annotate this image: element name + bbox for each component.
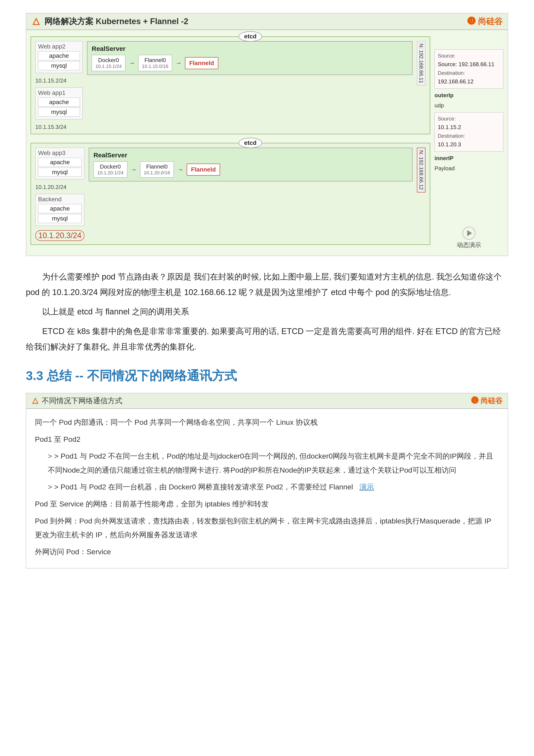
webapp1-title: Web app1 [38, 90, 80, 96]
flannel0-box-1: Flannel0 10.1.15.0/16 [138, 55, 172, 71]
webapp2-ip: 10.1.15.2/24 [35, 77, 83, 84]
net-section-2-inner: Web app3 apache mysql 10.1.20.2/24 Backe… [35, 148, 425, 241]
diagram-1: 网络解决方案 Kubernetes + Flannel -2 🅤 尚硅谷 etc… [26, 13, 508, 256]
demo-label: 动态演示 [457, 241, 481, 249]
paragraph-3: ETCD 在 k8s 集群中的角色是非常非常重要的. 如果要高可用的话, ETC… [26, 323, 508, 355]
bullet-icon-1 [48, 452, 54, 460]
slide-box-2: 不同情况下网络通信方式 🅤 尚硅谷 同一个 Pod 内部通讯：同一个 Pod 共… [26, 393, 508, 569]
payload-label: Payload [435, 165, 503, 172]
info-block-source2: Source: 10.1.15.2 Destination: 10.1.20.3 [435, 112, 503, 151]
slide2-header-icon [32, 397, 39, 405]
dest2-label: Destination: [438, 132, 500, 140]
side-bar-2: N: 192.168.66.12 [417, 148, 425, 192]
svg-marker-0 [33, 18, 39, 25]
demo-link-1[interactable]: 演示 [359, 483, 374, 491]
network-row-2: etcd Web app3 apache mysql 10.1.20.2/24 … [31, 143, 430, 245]
innerip-label: innerIP [435, 155, 503, 162]
slide2-header-title: 不同情况下网络通信方式 [32, 396, 122, 406]
webapp2-apache: apache [38, 51, 80, 60]
backend-ip-oval: 10.1.20.3/24 [35, 230, 85, 241]
slide2-line2: Pod1 至 Pod2 [35, 432, 499, 446]
webapp3-apache: apache [38, 158, 82, 167]
webapp1-apache: apache [38, 97, 80, 107]
diagram-title-text: 网络解决方案 Kubernetes + Flannel -2 [44, 16, 188, 27]
flannel0-box-2: Flannel0 10.1.20.0/16 [140, 161, 174, 177]
backend-apache: apache [38, 204, 82, 213]
svg-marker-2 [33, 398, 38, 403]
webapp1-group: Web app1 apache mysql [35, 88, 83, 120]
net-section-1-inner: Web app2 apache mysql 10.1.15.2/24 Web a… [35, 41, 425, 130]
webapp1-ip: 10.1.15.3/24 [35, 124, 83, 130]
source1-value: Source: 192.168.66.11 [438, 60, 500, 69]
paragraph-1: 为什么需要维护 pod 节点路由表？原因是 我们在封装的时候, 比如上图中最上层… [26, 269, 508, 300]
docker0-box-1: Docker0 10.1.15.1/24 [92, 55, 125, 71]
flanneld-box-1: Flanneld [185, 57, 218, 69]
docker0-ip-2: 10.1.20.1/24 [97, 170, 123, 176]
webapp3-ip: 10.1.20.2/24 [35, 184, 85, 191]
webapp3-group: Web app3 apache mysql [35, 148, 85, 179]
slide2-line6: Pod 到外网：Pod 向外网发送请求，查找路由表，转发数据包到宿主机的网卡，宿… [35, 514, 499, 542]
outerip-label: outerIp [435, 92, 503, 99]
webapp2-group: Web app2 apache mysql [35, 41, 83, 73]
diagram-title: 网络解决方案 Kubernetes + Flannel -2 [32, 16, 188, 27]
flannel0-ip-1: 10.1.15.0/16 [142, 64, 168, 69]
arrow-3: → [131, 166, 137, 173]
diagram-logo-text: 🅤 尚硅谷 [468, 16, 502, 27]
dest2-value: 10.1.20.3 [438, 140, 500, 149]
backend-mysql: mysql [38, 214, 82, 223]
webapp1-mysql: mysql [38, 108, 80, 117]
webapp2-title: Web app2 [38, 43, 80, 50]
arrow-4: → [177, 166, 183, 173]
slide2-line4: > Pod1 与 Pod2 在同一台机器，由 Docker0 网桥直接转发请求至… [48, 480, 499, 494]
left-apps-1: Web app2 apache mysql 10.1.15.2/24 Web a… [35, 41, 83, 130]
text-section-main: 为什么需要维护 pod 节点路由表？原因是 我们在封装的时候, 比如上图中最上层… [26, 269, 508, 355]
source1-label: Source: [438, 52, 500, 60]
backend-title: Backend [38, 196, 82, 203]
slide2-logo: 🅤 尚硅谷 [471, 396, 502, 406]
network-row-1: etcd Web app2 apache mysql 10.1.15.2/24 … [31, 37, 430, 134]
flannel0-label-2: Flannel0 [144, 163, 170, 170]
demo-area: 动态演示 [435, 227, 503, 249]
diagram-header: 网络解决方案 Kubernetes + Flannel -2 🅤 尚硅谷 [26, 14, 508, 30]
slide2-line1: 同一个 Pod 内部通讯：同一个 Pod 共享同一个网络命名空间，共享同一个 L… [35, 415, 499, 429]
side-label-2: N: 192.168.66.12 [418, 150, 424, 190]
source2-label: Source: [438, 115, 500, 123]
slide2-line7: 外网访问 Pod：Service [35, 545, 499, 559]
backend-group: Backend apache mysql [35, 194, 85, 226]
paragraph-2: 以上就是 etcd 与 flannel 之间的调用关系 [26, 304, 508, 319]
slide2-indent-block: > Pod1 与 Pod2 不在同一台主机，Pod的地址是与jdocker0在同… [35, 449, 499, 494]
flannel0-label-1: Flannel0 [142, 57, 168, 64]
source2-value: 10.1.15.2 [438, 123, 500, 132]
slide2-line5: Pod 至 Service 的网络：目前基于性能考虑，全部为 iptables … [35, 497, 499, 511]
realserver1-title: RealServer [92, 45, 408, 52]
etcd-label-2: etcd [239, 138, 262, 148]
webapp2-mysql: mysql [38, 61, 80, 70]
slide2-body: 同一个 Pod 内部通讯：同一个 Pod 共享同一个网络命名空间，共享同一个 L… [26, 409, 508, 568]
etcd-label-1: etcd [239, 31, 262, 41]
diagram-logo-icon [32, 17, 41, 26]
slide2-header: 不同情况下网络通信方式 🅤 尚硅谷 [26, 393, 508, 409]
bullet-icon-2 [48, 483, 54, 491]
play-icon [467, 230, 472, 236]
docker0-box-2: Docker0 10.1.20.1/24 [93, 161, 127, 177]
play-button[interactable] [463, 227, 475, 240]
arrow-1: → [129, 60, 135, 67]
realserver2-title: RealServer [93, 151, 408, 159]
webapp3-title: Web app3 [38, 149, 82, 156]
webapp3-mysql: mysql [38, 168, 82, 177]
flannel0-ip-2: 10.1.20.0/16 [144, 170, 170, 176]
side-bar-1: N: 192.168.66.11 [417, 41, 425, 86]
server2-components: Docker0 10.1.20.1/24 → Flannel0 10.1.20.… [93, 161, 408, 177]
dest1-label: Destination: [438, 69, 500, 77]
slide2-line3: > Pod1 与 Pod2 不在同一台主机，Pod的地址是与jdocker0在同… [48, 449, 499, 477]
arrow-2: → [175, 60, 182, 67]
center-server-2: RealServer Docker0 10.1.20.1/24 → Flanne… [89, 148, 413, 181]
info-block-source1: Source: Source: 192.168.66.11 Destinatio… [435, 49, 503, 89]
docker0-ip-1: 10.1.15.1/24 [95, 64, 122, 69]
section-num: 3.3 [26, 368, 43, 383]
right-info-panel: Source: Source: 192.168.66.11 Destinatio… [430, 37, 503, 249]
section-3-3-heading: 3.3 总结 -- 不同情况下的网络通讯方式 [26, 367, 508, 384]
udp-label: udp [435, 102, 503, 109]
section-title-text: 总结 -- 不同情况下的网络通讯方式 [47, 368, 237, 383]
side-label-1: N: 192.168.66.11 [418, 43, 424, 83]
